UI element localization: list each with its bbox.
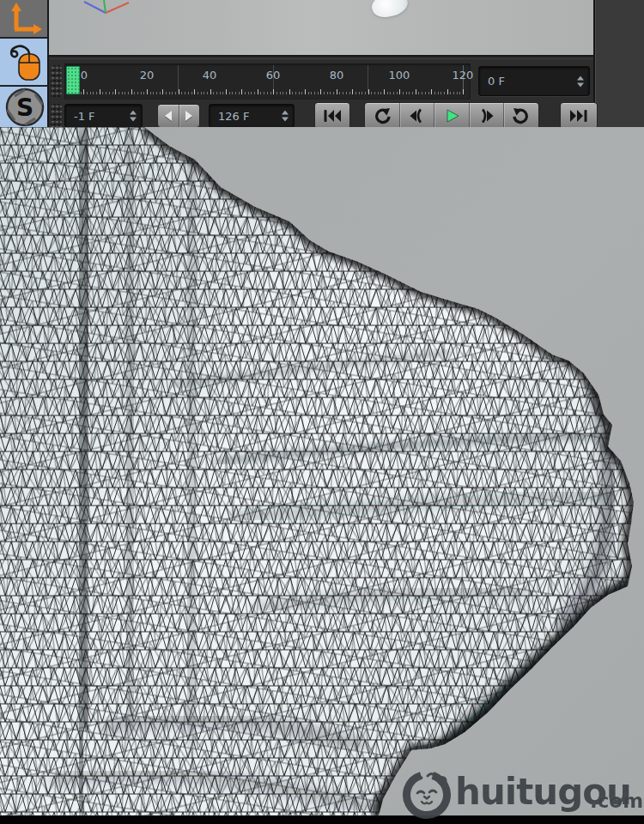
spin-up-icon[interactable] xyxy=(282,111,289,115)
axis-modification-tool-button[interactable] xyxy=(0,0,47,37)
spin-down-icon[interactable] xyxy=(282,118,289,122)
watermark: huitugou .com xyxy=(402,770,644,820)
right-side-panel xyxy=(593,0,644,127)
current-frame-spinner[interactable] xyxy=(577,76,584,87)
ruler-label-120: 120 xyxy=(446,69,480,82)
prev-key-button[interactable] xyxy=(365,103,399,129)
viewport-strip xyxy=(49,0,593,57)
cloth-object-preview xyxy=(369,0,410,21)
ruler-label-80: 80 xyxy=(319,69,354,82)
left-toolbar: S xyxy=(0,0,49,127)
transport-grip-handle[interactable] xyxy=(51,104,62,129)
ui-chrome: S 0 20 40 60 80 10 xyxy=(0,0,644,127)
ruler-grip-handle[interactable] xyxy=(51,65,62,98)
next-key-icon xyxy=(511,107,532,124)
ruler-label-20: 20 xyxy=(130,69,164,82)
current-frame-field[interactable]: 0 F xyxy=(478,66,590,96)
prev-frame-icon xyxy=(406,107,427,124)
next-frame-button[interactable] xyxy=(469,103,504,129)
prev-key-icon xyxy=(372,107,392,124)
range-start-value: -1 F xyxy=(74,110,95,123)
arrow-left-icon xyxy=(165,111,172,121)
spin-down-icon[interactable] xyxy=(130,118,137,122)
next-key-button[interactable] xyxy=(503,103,538,129)
timeline-ruler[interactable]: 0 20 40 60 80 100 120 xyxy=(64,64,471,100)
viewport-solo-button[interactable]: S xyxy=(0,87,47,127)
prev-frame-button[interactable] xyxy=(399,103,434,129)
mouse-tool-button[interactable] xyxy=(0,39,47,85)
step-back-button[interactable] xyxy=(158,105,179,127)
range-end-field[interactable]: 126 F xyxy=(209,104,295,128)
cloth-mesh-svg xyxy=(0,127,644,815)
ruler-ticks-minor xyxy=(68,92,466,94)
range-start-spinner[interactable] xyxy=(130,111,137,122)
world-axis-gizmo-icon xyxy=(77,0,137,17)
goto-end-button[interactable] xyxy=(560,102,598,130)
ruler-label-60: 60 xyxy=(256,69,290,82)
arrow-right-icon xyxy=(185,111,192,121)
axis-arrows-icon xyxy=(4,2,44,36)
spin-up-icon[interactable] xyxy=(577,76,584,80)
wireframe-cloth-render xyxy=(0,127,644,815)
ruler-label-40: 40 xyxy=(192,69,227,82)
spin-up-icon[interactable] xyxy=(130,111,137,115)
play-icon xyxy=(441,107,462,124)
cinema4d-screenshot: S 0 20 40 60 80 10 xyxy=(0,0,644,824)
play-button[interactable] xyxy=(434,103,469,129)
range-end-spinner[interactable] xyxy=(282,111,289,122)
dog-logo-icon xyxy=(402,770,452,820)
range-end-value: 126 F xyxy=(218,110,249,123)
goto-end-icon xyxy=(568,107,590,124)
range-start-field[interactable]: -1 F xyxy=(64,104,143,128)
goto-start-icon xyxy=(321,107,343,124)
solo-s-icon: S xyxy=(3,88,46,127)
transport-controls xyxy=(364,102,539,130)
timeline-playhead[interactable] xyxy=(66,66,80,94)
ruler-label-100: 100 xyxy=(382,69,416,82)
mouse-icon xyxy=(3,41,45,82)
current-frame-value: 0 F xyxy=(488,75,505,88)
step-forward-button[interactable] xyxy=(179,105,200,127)
watermark-tld: .com xyxy=(590,790,643,812)
next-frame-icon xyxy=(477,107,497,124)
goto-start-button[interactable] xyxy=(314,102,350,130)
svg-text:S: S xyxy=(15,94,33,122)
spin-down-icon[interactable] xyxy=(577,82,584,87)
keyframe-step-buttons xyxy=(157,104,200,128)
